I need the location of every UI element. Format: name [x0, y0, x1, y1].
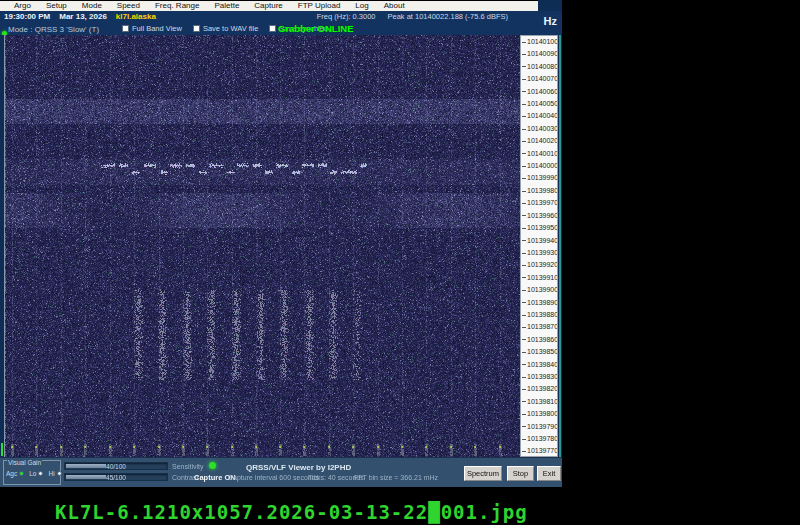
radio-hi[interactable]: Hi	[48, 470, 61, 477]
spectrum-button[interactable]: Spectrum	[464, 466, 502, 481]
axis-tick-label: 10140080	[521, 61, 557, 73]
axis-tick-label: 10139890	[521, 297, 557, 309]
axis-tick-label: 10139870	[521, 321, 557, 333]
capture-filename-status: KL7L-6.1210x1057.2026-03-13-22█001.jpg	[55, 501, 528, 523]
exit-button[interactable]: Exit	[537, 466, 561, 481]
checkbox-full-band-view[interactable]: Full Band View	[122, 24, 182, 33]
axis-tick-label: 10140020	[521, 135, 557, 147]
title-bar: 19:30:00 PM Mar 13, 2026 kl7l.alaska Fre…	[0, 11, 562, 22]
filename-prefix: KL7L-6.1210x1057.2026-03-13-22	[55, 501, 428, 523]
contrast-slider[interactable]: 45/100	[64, 473, 168, 481]
axis-tick-label: 10139830	[521, 371, 557, 383]
menu-item-palette[interactable]: Palette	[214, 1, 239, 11]
menu-item-setup[interactable]: Setup	[46, 1, 67, 11]
capture-interval-label: Capture interval 600 seconds	[228, 474, 319, 481]
grabber-online-status: Grabber ONLINE	[278, 23, 354, 34]
menu-item-speed[interactable]: Speed	[117, 1, 140, 11]
axis-tick-label: 10139910	[521, 272, 557, 284]
axis-tick-label: 10139930	[521, 247, 557, 259]
axis-tick-label: 10139940	[521, 235, 557, 247]
axis-unit-label: Hz	[544, 15, 557, 27]
axis-scrollbar[interactable]	[559, 35, 561, 457]
axis-tick-label: 10139860	[521, 334, 557, 346]
axis-tick-label: 10140060	[521, 86, 557, 98]
frequency-axis: 1014010010140090101400801014007010140060…	[520, 35, 558, 457]
axis-tick-label: 10140100	[521, 36, 557, 48]
axis-tick-label: 10139950	[521, 222, 557, 234]
contrast-value: 45/100	[65, 474, 167, 481]
axis-tick-label: 10139820	[521, 383, 557, 395]
axis-tick-label: 10139770	[521, 445, 557, 457]
visual-gain-options: AgcLoHi	[6, 470, 62, 477]
mode-label: Mode : QRSS 3 'Slow' (T)	[8, 25, 99, 34]
menu-item-about[interactable]: About	[384, 1, 405, 11]
axis-tick-label: 10140090	[521, 48, 557, 60]
spectrogram-area: 1014010010140090101400801014007010140060…	[0, 35, 562, 457]
radio-agc[interactable]: Agc	[6, 470, 24, 477]
checkbox-box-icon[interactable]	[193, 25, 200, 32]
freq-readouts: Freq (Hz): 0.3000 Peak at 10140022.188 (…	[317, 12, 508, 21]
bottom-control-panel: Visual Gain AgcLoHi 40/100 45/100 Sensit…	[0, 457, 562, 487]
axis-tick-label: 10139790	[521, 421, 557, 433]
axis-tick-label: 10139960	[521, 210, 557, 222]
clock-date: Mar 13, 2026	[59, 12, 107, 21]
axis-tick-label: 10140010	[521, 148, 557, 160]
axis-tick-label: 10140000	[521, 160, 557, 172]
menu-item-capture[interactable]: Capture	[254, 1, 282, 11]
spectrogram-display	[4, 35, 520, 457]
stop-button[interactable]: Stop	[507, 466, 534, 481]
text-cursor: █	[428, 501, 440, 523]
fft-bin-label: FFT bin size = 366.21 mHz	[354, 474, 438, 481]
menu-item-mode[interactable]: Mode	[82, 1, 102, 11]
checkbox-box-icon[interactable]	[122, 25, 129, 32]
menu-item-freq-range[interactable]: Freq. Range	[155, 1, 199, 11]
peak-freq-readout: Peak at 10140022.188 (-75.6 dBFS)	[388, 12, 509, 21]
axis-tick-label: 10139920	[521, 259, 557, 271]
radio-lo[interactable]: Lo	[29, 470, 43, 477]
clock-time: 19:30:00 PM	[4, 12, 50, 21]
mode-bar: Mode : QRSS 3 'Slow' (T) Full Band ViewS…	[0, 22, 562, 35]
sensitivity-label: Sensitivity	[172, 463, 204, 470]
axis-tick-label: 10139970	[521, 197, 557, 209]
checkbox-label: Save to WAV file	[203, 24, 258, 33]
menu-item-ftp-upload[interactable]: FTP Upload	[298, 1, 341, 11]
axis-tick-label: 10140040	[521, 110, 557, 122]
checkbox-box-icon[interactable]	[269, 25, 276, 32]
axis-tick-label: 10139780	[521, 433, 557, 445]
station-callsign: kl7l.alaska	[116, 12, 156, 21]
checkbox-save-to-wav-file[interactable]: Save to WAV file	[193, 24, 258, 33]
visual-gain-title: Visual Gain	[7, 460, 42, 466]
axis-tick-label: 10139980	[521, 185, 557, 197]
menu-item-log[interactable]: Log	[355, 1, 368, 11]
axis-tick-label: 10139900	[521, 284, 557, 296]
sensitivity-value: 40/100	[65, 463, 167, 470]
menu-item-argo[interactable]: Argo	[14, 1, 31, 11]
radio-label: Agc	[6, 470, 17, 477]
axis-tick-label: 10139840	[521, 359, 557, 371]
radio-label: Hi	[48, 470, 54, 477]
app-credit: QRSS/VLF Viewer by I2PHD	[246, 463, 351, 472]
radio-label: Lo	[29, 470, 36, 477]
axis-tick-label: 10140050	[521, 98, 557, 110]
axis-tick-label: 10139880	[521, 309, 557, 321]
capture-led-icon	[209, 462, 216, 469]
menu-bar: ArgoSetupModeSpeedFreq. RangePaletteCapt…	[0, 0, 538, 11]
visual-gain-group: Visual Gain AgcLoHi	[3, 460, 61, 485]
capture-progress-marker	[1, 443, 3, 456]
radio-circle-icon[interactable]	[57, 471, 62, 476]
axis-tick-label: 10140070	[521, 73, 557, 85]
axis-tick-label: 10139810	[521, 396, 557, 408]
radio-circle-icon[interactable]	[38, 471, 43, 476]
filename-suffix: 001.jpg	[441, 501, 528, 523]
argo-app-window: ArgoSetupModeSpeedFreq. RangePaletteCapt…	[0, 0, 562, 487]
sensitivity-slider[interactable]: 40/100	[64, 462, 168, 470]
axis-tick-label: 10140030	[521, 123, 557, 135]
radio-circle-icon[interactable]	[19, 471, 24, 476]
axis-tick-label: 10139800	[521, 408, 557, 420]
cursor-freq-readout: Freq (Hz): 0.3000	[317, 12, 376, 21]
axis-tick-label: 10139990	[521, 172, 557, 184]
checkbox-label: Full Band View	[132, 24, 182, 33]
axis-tick-label: 10139850	[521, 346, 557, 358]
